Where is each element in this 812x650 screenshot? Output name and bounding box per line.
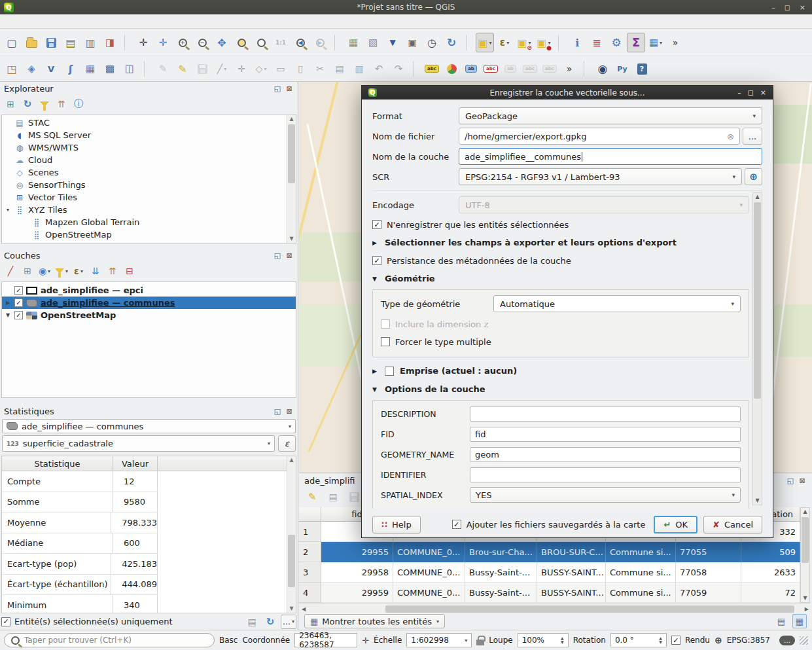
locator-search-input[interactable]: Taper pour trouver (Ctrl+K) bbox=[4, 633, 215, 647]
dialog-maximize-button[interactable]: ◻ bbox=[748, 88, 754, 97]
move-feature-button[interactable]: ✛ bbox=[232, 59, 251, 79]
menu-aide[interactable] bbox=[161, 14, 174, 29]
filter-expression-button[interactable]: ε▾ bbox=[71, 263, 86, 279]
menu-editer[interactable] bbox=[17, 14, 30, 29]
attribute-horizontal-scrollbar[interactable]: ◀ ▶ bbox=[299, 604, 810, 613]
label-tool-2-button[interactable]: abc bbox=[521, 59, 539, 79]
statistical-summary-button[interactable]: ≣ bbox=[588, 33, 606, 52]
menu-vue[interactable] bbox=[30, 14, 43, 29]
menu-raster[interactable] bbox=[96, 14, 109, 29]
label-tool-3-button[interactable]: abc bbox=[540, 59, 559, 79]
clear-filename-icon[interactable]: ⊗ bbox=[727, 132, 734, 141]
browse-file-button[interactable]: ... bbox=[743, 128, 762, 145]
collapse-all-button[interactable]: ⇈ bbox=[105, 263, 120, 279]
browser-item-stac[interactable]: ▤STAC bbox=[2, 117, 286, 129]
select-by-expression-button[interactable]: ε▾ bbox=[495, 33, 514, 52]
toolbar2-overflow-button[interactable]: » bbox=[560, 59, 578, 79]
statusbar-basc-label[interactable]: Basc bbox=[219, 636, 238, 645]
menu-database[interactable] bbox=[109, 14, 122, 29]
statistics-options-button[interactable]: …▾ bbox=[281, 615, 296, 629]
browser-item-sensorthings[interactable]: ◎SensorThings bbox=[2, 179, 286, 191]
browser-item-scenes[interactable]: ◇Scenes bbox=[2, 166, 286, 179]
new-project-button[interactable]: ▢ bbox=[3, 33, 21, 52]
dialog-close-button[interactable]: × bbox=[760, 88, 766, 97]
statistics-expression-button[interactable]: ε bbox=[278, 435, 296, 452]
attribute-table-close-button[interactable]: ⊠ bbox=[798, 477, 807, 485]
help-contents-button[interactable]: ? bbox=[633, 59, 651, 79]
delete-selected-button[interactable]: ▯ bbox=[291, 59, 309, 79]
select-by-location-button[interactable]: ▣●▾ bbox=[535, 33, 553, 52]
feature-filter-button[interactable]: ▦ Montrer toutes les entités ▾ bbox=[304, 614, 445, 628]
scale-combo[interactable]: 1:602998▾ bbox=[406, 633, 472, 647]
browser-item-mssql[interactable]: ◖MS SQL Server bbox=[2, 129, 286, 141]
vertex-tool-button[interactable]: ◇▾ bbox=[252, 59, 270, 79]
statistics-layer-combo[interactable]: ade_simplifiee — communes ▾ bbox=[2, 419, 296, 433]
new-temporary-layer-button[interactable]: ʃ bbox=[62, 59, 80, 79]
zoom-next-button[interactable]: ▶ bbox=[311, 33, 329, 52]
spatial-index-combo[interactable]: YES ▾ bbox=[470, 487, 741, 503]
browser-item-cloud[interactable]: ☁Cloud bbox=[2, 154, 286, 166]
copy-features-button[interactable]: ▤ bbox=[330, 59, 349, 79]
open-project-button[interactable] bbox=[22, 33, 41, 52]
layer-diagram-button[interactable] bbox=[442, 59, 461, 79]
help-button[interactable]: ∷ Help bbox=[372, 516, 421, 533]
layer-labeling-button[interactable]: abc bbox=[423, 59, 441, 79]
toolbar-overflow-button[interactable]: » bbox=[666, 33, 684, 52]
refresh-statistics-button[interactable]: ↻ bbox=[262, 615, 278, 629]
browser-item-mapzen[interactable]: ⣿Mapzen Global Terrain bbox=[2, 216, 286, 228]
menu-maillage[interactable] bbox=[135, 14, 148, 29]
window-maximize-button[interactable]: ◻ bbox=[785, 3, 790, 12]
browser-item-openstreetmap[interactable]: ⣿OpenStreetMap bbox=[2, 228, 286, 241]
highlight-labels-button[interactable]: abc bbox=[482, 59, 500, 79]
digitize-button[interactable]: ╱▾ bbox=[213, 59, 231, 79]
attr-toggle-editing-button[interactable]: ✎ bbox=[303, 487, 321, 507]
layer-item-openstreetmap[interactable]: ▼✓OpenStreetMap bbox=[2, 309, 296, 321]
cancel-button[interactable]: ✘ Cancel bbox=[703, 516, 762, 533]
refresh-map-button[interactable]: ↻ bbox=[442, 33, 461, 52]
extent-checkbox[interactable] bbox=[385, 367, 394, 376]
filter-browser-button[interactable] bbox=[37, 96, 52, 112]
zoom-to-selection-button[interactable] bbox=[232, 33, 251, 52]
modify-attributes-button[interactable]: ▭ bbox=[272, 59, 290, 79]
menu-extensions[interactable] bbox=[69, 14, 82, 29]
add-to-map-checkbox[interactable]: ✓ bbox=[452, 520, 461, 529]
attribute-table-float-button[interactable]: ◱ bbox=[786, 477, 795, 485]
browser-float-button[interactable]: ◱ bbox=[273, 84, 282, 93]
new-layout-button[interactable]: ▤ bbox=[62, 33, 80, 52]
refresh-browser-button[interactable]: ↻ bbox=[20, 96, 35, 112]
remove-layer-button[interactable]: ⊟ bbox=[122, 263, 137, 279]
description-input[interactable] bbox=[470, 406, 741, 422]
statistics-field-combo[interactable]: 123 superficie_cadastrale ▾ bbox=[2, 435, 275, 452]
layer-checkbox[interactable]: ✓ bbox=[14, 286, 23, 295]
undo-button[interactable]: ↶ bbox=[370, 59, 388, 79]
show-statistics-button[interactable]: Σ bbox=[627, 33, 645, 52]
new-geopackage-layer-button[interactable]: ◈ bbox=[22, 59, 41, 79]
new-raster-layer-button[interactable]: ▩ bbox=[101, 59, 119, 79]
browser-item-xyz-tiles[interactable]: ▾⣿XYZ Tiles bbox=[2, 204, 286, 216]
osm-place-search-button[interactable]: ◉ bbox=[593, 59, 612, 79]
geometry-section-header[interactable]: ▼ Géométrie bbox=[372, 270, 749, 287]
layername-input[interactable]: ade_simplifiee__communes bbox=[459, 148, 762, 165]
spatial-bookmarks-button[interactable]: ▼ bbox=[383, 33, 402, 52]
statistics-col-header[interactable]: Valeur bbox=[113, 456, 158, 471]
layout-manager-button[interactable]: ▥ bbox=[81, 33, 99, 52]
format-combo[interactable]: GeoPackage ▾ bbox=[459, 107, 762, 124]
statistics-scrollbar[interactable]: ▲ ▼ bbox=[287, 456, 296, 613]
zoom-in-button[interactable]: + bbox=[173, 33, 192, 52]
crs-combo[interactable]: EPSG:2154 - RGF93 v1 / Lambert-93 ▾ bbox=[459, 168, 742, 185]
rotation-spinner[interactable]: 0.0 ° ▲▼ bbox=[610, 633, 667, 647]
render-checkbox[interactable]: ✓ bbox=[671, 636, 680, 645]
pan-map-button[interactable]: ✛ bbox=[134, 33, 152, 52]
layer-checkbox[interactable]: ✓ bbox=[14, 298, 23, 307]
filename-input[interactable]: /home/gmercier/export.gpkg ⊗ bbox=[459, 128, 740, 145]
new-shapefile-layer-button[interactable]: V bbox=[42, 59, 60, 79]
pin-labels-button[interactable]: ab bbox=[462, 59, 480, 79]
copy-statistics-button[interactable]: ▤ bbox=[244, 615, 260, 629]
layer-checkbox[interactable]: ✓ bbox=[14, 311, 23, 319]
menu-traitement[interactable] bbox=[148, 14, 161, 29]
magnifier-spinner[interactable]: 100% ▲▼ bbox=[518, 633, 569, 647]
save-project-button[interactable] bbox=[42, 33, 60, 52]
layer-item-communes[interactable]: ▶✓ade_simplifiee — communes bbox=[2, 297, 296, 309]
lock-scale-icon[interactable] bbox=[476, 640, 484, 645]
selected-only-checkbox[interactable]: ✓ bbox=[1, 617, 10, 626]
